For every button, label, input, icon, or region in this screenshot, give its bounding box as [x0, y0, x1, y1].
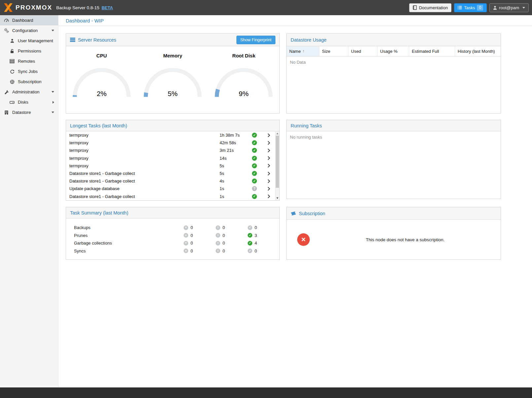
- sidebar-item-administration[interactable]: Administration: [0, 87, 58, 97]
- task-row[interactable]: Datastore store1 - Garbage collect 1s ✓: [66, 193, 275, 200]
- task-name: termproxy: [66, 148, 220, 153]
- scroll-down-icon[interactable]: [276, 197, 278, 199]
- sidebar-item-label: Sync Jobs: [18, 69, 38, 74]
- user-menu-label: root@pam: [499, 5, 519, 10]
- tasks-button[interactable]: Tasks 0: [454, 3, 487, 12]
- page-title: Dashboard - WIP: [66, 18, 104, 23]
- vertical-scrollbar[interactable]: [275, 131, 279, 200]
- gauge-label: CPU: [67, 53, 136, 58]
- documentation-label: Documentation: [419, 5, 448, 10]
- sidebar-item-dashboard[interactable]: Dashboard: [0, 15, 58, 25]
- warning-count: 0: [223, 241, 225, 246]
- ok-count-icon: ✓: [248, 233, 252, 238]
- chevron-right-icon[interactable]: [263, 149, 275, 152]
- sort-asc-icon: ↑: [302, 49, 304, 53]
- server-resources-header: Server Resources Show Fingerprint: [66, 34, 279, 46]
- summary-label: Syncs: [74, 249, 184, 253]
- no-running-tasks-text: No running tasks: [287, 131, 501, 143]
- chevron-right-icon[interactable]: [263, 172, 275, 176]
- tasks-count-badge: 0: [477, 5, 483, 11]
- gauge-label: Memory: [138, 53, 207, 58]
- scrollbar-thumb[interactable]: [276, 136, 279, 188]
- sync-icon: [9, 69, 15, 74]
- hdd-icon: [9, 100, 15, 104]
- warning-count: 0: [223, 225, 225, 230]
- collapse-arrow-icon[interactable]: [52, 91, 54, 93]
- beta-link[interactable]: BETA: [102, 5, 113, 10]
- no-subscription-icon: ×: [297, 233, 310, 246]
- chevron-right-icon[interactable]: [263, 141, 275, 145]
- ok-count: 0: [255, 225, 257, 230]
- gauge-label: Root Disk: [209, 53, 278, 58]
- sidebar-item-user-management[interactable]: User Management: [0, 36, 58, 46]
- show-fingerprint-button[interactable]: Show Fingerprint: [236, 36, 276, 44]
- chevron-right-icon[interactable]: [263, 187, 275, 191]
- column-header-used[interactable]: Used: [348, 46, 377, 56]
- column-header-estimated-full[interactable]: Estimated Full: [409, 46, 455, 56]
- sidebar-item-configuration[interactable]: Configuration: [0, 25, 58, 36]
- topbar: PROXMOX Backup Server 0.8-15 BETA Docume…: [0, 0, 532, 15]
- chevron-right-icon[interactable]: [263, 164, 275, 168]
- column-header-history[interactable]: History (last Month): [455, 46, 501, 56]
- sidebar-item-datastore[interactable]: Datastore: [0, 107, 58, 117]
- brand-name: PROXMOX: [16, 4, 52, 11]
- task-row[interactable]: termproxy 42m 58s ✓: [66, 139, 275, 147]
- task-row[interactable]: Update package database 1s ?: [66, 185, 275, 192]
- main-area: Dashboard - WIP Server Resources Show Fi…: [58, 15, 532, 387]
- task-name: termproxy: [66, 156, 220, 161]
- chevron-right-icon[interactable]: [263, 133, 275, 137]
- task-status-icon: ✓: [252, 171, 257, 176]
- scroll-up-icon[interactable]: [276, 133, 278, 134]
- dashboard-content: Server Resources Show Fingerprint CPU 2%…: [58, 26, 532, 260]
- topbar-actions: Documentation Tasks 0 root@pam: [409, 3, 529, 12]
- sidebar-item-label: Permissions: [18, 49, 41, 53]
- documentation-button[interactable]: Documentation: [409, 3, 451, 12]
- sidebar-item-label: Administration: [12, 89, 39, 94]
- longest-tasks-body: termproxy 1h 38m 7s ✓ termproxy 42m 58s …: [66, 131, 279, 200]
- task-row[interactable]: termproxy 3m 21s ✓: [66, 147, 275, 154]
- ticket-icon: [291, 211, 296, 216]
- column-header-size[interactable]: Size: [319, 46, 348, 56]
- task-duration: 1s: [220, 194, 252, 199]
- wrench-icon: [4, 90, 9, 94]
- task-row[interactable]: termproxy 14s ✓: [66, 154, 275, 162]
- gauge-arc: 5%: [142, 65, 204, 99]
- chevron-right-icon[interactable]: [263, 179, 275, 183]
- ok-count: 4: [255, 241, 257, 246]
- building-icon: [4, 110, 9, 115]
- collapse-arrow-icon[interactable]: [52, 112, 54, 113]
- summary-label: Backups: [74, 225, 184, 230]
- chevron-right-icon[interactable]: [263, 156, 275, 160]
- task-row[interactable]: Datastore store1 - Garbage collect 5s ✓: [66, 170, 275, 177]
- summary-row-syncs: Syncs × 0 ! 0 ✓ 0: [66, 247, 279, 255]
- task-name: Datastore store1 - Garbage collect: [66, 171, 220, 176]
- chevron-right-icon[interactable]: [263, 194, 275, 198]
- expand-arrow-icon[interactable]: [53, 101, 54, 104]
- gauge-arc: 2%: [71, 65, 133, 99]
- root-disk-gauge: Root Disk 9%: [209, 53, 278, 100]
- sidebar-item-remotes[interactable]: Remotes: [0, 56, 58, 66]
- task-row[interactable]: termproxy 5s ✓: [66, 162, 275, 170]
- running-tasks-panel: Running Tasks No running tasks: [286, 120, 501, 199]
- caret-down-icon: [522, 7, 525, 9]
- panel-title: Datastore Usage: [291, 37, 327, 43]
- task-row[interactable]: Datastore store1 - Garbage collect 4s ✓: [66, 177, 275, 185]
- tasks-label: Tasks: [464, 5, 475, 10]
- collapse-arrow-icon[interactable]: [52, 30, 54, 31]
- column-header-usage-pct[interactable]: Usage %: [377, 46, 409, 56]
- subscription-message: This node does not have a subscription.: [310, 237, 501, 242]
- user-menu-button[interactable]: root@pam: [489, 3, 529, 12]
- sidebar-item-subscription[interactable]: Subscription: [0, 77, 58, 87]
- sidebar-item-sync-jobs[interactable]: Sync Jobs: [0, 66, 58, 77]
- task-duration: 1s: [220, 186, 252, 191]
- sidebar-item-permissions[interactable]: Permissions: [0, 46, 58, 56]
- column-header-name[interactable]: Name ↑: [287, 46, 319, 56]
- life-ring-icon: [9, 80, 15, 84]
- task-status-icon: ✓: [252, 156, 257, 161]
- sidebar-item-disks[interactable]: Disks: [0, 97, 58, 107]
- longest-tasks-panel: Longest Tasks (last Month) termproxy 1h …: [66, 120, 280, 201]
- proxmox-x-icon: [3, 3, 13, 12]
- page-header: Dashboard - WIP: [58, 15, 532, 26]
- task-row[interactable]: termproxy 1h 38m 7s ✓: [66, 131, 275, 139]
- task-status-icon: ✓: [252, 194, 257, 199]
